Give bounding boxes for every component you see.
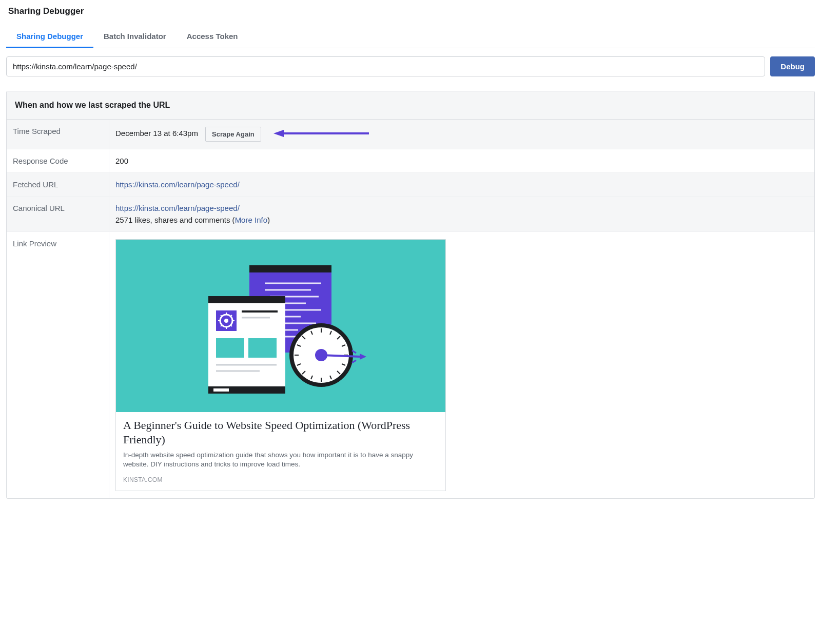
scrape-again-button[interactable]: Scrape Again (205, 127, 261, 142)
engagement-prefix: 2571 likes, shares and comments ( (115, 216, 235, 224)
svg-rect-4 (249, 265, 331, 272)
svg-rect-15 (208, 296, 285, 303)
row-response-code: Response Code 200 (7, 149, 814, 173)
url-input-row: Debug (6, 56, 815, 76)
url-input[interactable] (6, 56, 765, 76)
page-title: Sharing Debugger (6, 6, 815, 16)
link-preview-card[interactable]: A Beginner's Guide to Website Speed Opti… (115, 239, 446, 491)
value-canonical-url: https://kinsta.com/learn/page-speed/ 257… (109, 197, 814, 231)
label-time-scraped: Time Scraped (7, 120, 109, 149)
canonical-url-link[interactable]: https://kinsta.com/learn/page-speed/ (115, 204, 240, 212)
fetched-url-link[interactable]: https://kinsta.com/learn/page-speed/ (115, 180, 240, 189)
tab-batch-invalidator[interactable]: Batch Invalidator (93, 26, 177, 48)
value-fetched-url: https://kinsta.com/learn/page-speed/ (109, 173, 814, 196)
preview-title: A Beginner's Guide to Website Speed Opti… (123, 418, 438, 446)
preview-body: A Beginner's Guide to Website Speed Opti… (116, 412, 445, 491)
row-link-preview: Link Preview (7, 232, 814, 498)
svg-marker-1 (273, 130, 284, 137)
svg-point-19 (224, 319, 228, 323)
value-time-scraped: December 13 at 6:43pm Scrape Again (109, 120, 814, 149)
preview-domain: KINSTA.COM (123, 476, 438, 483)
tabs: Sharing Debugger Batch Invalidator Acces… (6, 26, 815, 48)
svg-rect-34 (213, 388, 229, 392)
row-time-scraped: Time Scraped December 13 at 6:43pm Scrap… (7, 120, 814, 149)
more-info-link[interactable]: More Info (235, 216, 267, 224)
row-fetched-url: Fetched URL https://kinsta.com/learn/pag… (7, 173, 814, 197)
svg-rect-31 (248, 338, 277, 358)
panel-header: When and how we last scraped the URL (7, 91, 814, 120)
debug-button[interactable]: Debug (770, 56, 815, 76)
arrow-annotation-icon (272, 129, 370, 140)
row-canonical-url: Canonical URL https://kinsta.com/learn/p… (7, 197, 814, 232)
tab-sharing-debugger[interactable]: Sharing Debugger (6, 26, 93, 48)
label-canonical-url: Canonical URL (7, 197, 109, 231)
svg-rect-30 (216, 338, 244, 358)
tab-access-token[interactable]: Access Token (177, 26, 248, 48)
value-response-code: 200 (109, 149, 814, 172)
value-link-preview: A Beginner's Guide to Website Speed Opti… (109, 232, 814, 498)
label-fetched-url: Fetched URL (7, 173, 109, 196)
preview-description: In-depth website speed optimization guid… (123, 451, 438, 469)
engagement-text: 2571 likes, shares and comments (More In… (115, 216, 808, 224)
preview-image (116, 240, 445, 412)
time-scraped-text: December 13 at 6:43pm (115, 129, 198, 138)
label-link-preview: Link Preview (7, 232, 109, 498)
label-response-code: Response Code (7, 149, 109, 172)
engagement-suffix: ) (267, 216, 270, 224)
results-panel: When and how we last scraped the URL Tim… (6, 91, 815, 499)
